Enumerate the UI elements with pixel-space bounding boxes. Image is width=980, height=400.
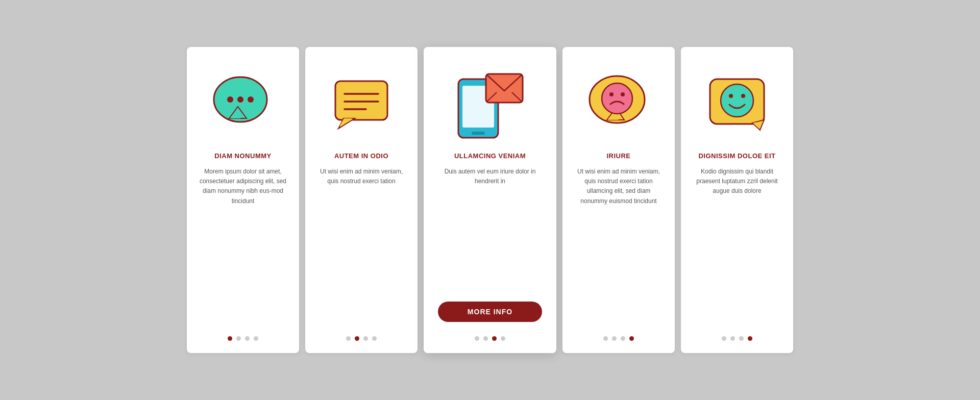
dot-2-3 (363, 336, 368, 341)
dot-5-1 (722, 336, 726, 341)
dot-3-2 (483, 336, 488, 341)
more-info-button[interactable]: MORE INFO (438, 302, 542, 322)
card-4-text: Ut wisi enim ad minim veniam, quis nostr… (574, 167, 664, 328)
card-4-title: IRIURE (606, 152, 630, 160)
card-3-text: Duis autem vel eum iriure dolor in hendr… (438, 167, 542, 292)
dot-3-4 (501, 336, 505, 341)
dot-1-2 (236, 336, 241, 341)
dot-3-1 (475, 336, 479, 341)
card-5-dots (722, 336, 752, 341)
card-5: DIGNISSIM DOLOE EIT Kodio dignissim qui … (681, 47, 793, 353)
card-1-icon-area (198, 62, 288, 144)
dot-3-3 (492, 336, 497, 341)
svg-point-29 (741, 94, 745, 98)
card-3-title: ULLAMCING VENIAM (454, 152, 526, 160)
dot-5-3 (739, 336, 744, 341)
card-5-title: DIGNISSIM DOLOE EIT (698, 152, 775, 160)
dot-5-2 (730, 336, 735, 341)
dot-2-2 (355, 336, 359, 341)
dot-2-1 (346, 336, 351, 341)
svg-point-22 (609, 92, 614, 96)
svg-rect-6 (335, 81, 387, 120)
card-1-dots (228, 336, 258, 341)
dot-5-4 (748, 336, 752, 341)
card-2: AUTEM IN ODIO Ut wisi enim ad minim veni… (305, 47, 418, 353)
svg-point-21 (602, 83, 632, 114)
card-1-title: DIAM NONUMMY (214, 152, 271, 160)
svg-point-5 (248, 96, 254, 103)
phone-email-icon (449, 66, 531, 140)
chat-bubble-lines-icon (328, 70, 395, 136)
card-3: ULLAMCING VENIAM Duis autem vel eum iriu… (424, 47, 556, 353)
card-4-dots (603, 336, 634, 341)
dot-1-1 (228, 336, 232, 341)
card-1: DIAM NONUMMY Morem ipsum dolor sit amet,… (187, 47, 299, 353)
card-5-icon-area (692, 62, 782, 144)
chat-bubble-dots-icon (210, 70, 276, 136)
dot-1-3 (245, 336, 250, 341)
svg-point-27 (721, 84, 753, 117)
svg-point-28 (729, 94, 733, 98)
dot-4-1 (603, 336, 608, 341)
card-3-icon-area (438, 62, 542, 144)
card-4-icon-area (574, 62, 664, 144)
card-2-icon-area (316, 62, 406, 144)
card-2-dots (346, 336, 377, 341)
svg-point-4 (237, 96, 243, 103)
card-5-text: Kodio dignissim qui blandit praesent lup… (692, 167, 782, 328)
dot-1-4 (254, 336, 258, 341)
svg-rect-14 (472, 132, 485, 135)
card-4: IRIURE Ut wisi enim ad minim veniam, qui… (562, 47, 675, 353)
dot-4-2 (612, 336, 617, 341)
cards-container: DIAM NONUMMY Morem ipsum dolor sit amet,… (156, 27, 824, 373)
card-2-title: AUTEM IN ODIO (334, 152, 388, 160)
dot-4-4 (629, 336, 634, 341)
card-3-dots (475, 336, 505, 341)
svg-point-3 (227, 96, 233, 103)
card-1-text: Morem ipsum dolor sit amet, consectetuer… (198, 167, 288, 328)
dot-2-4 (372, 336, 377, 341)
card-2-text: Ut wisi enim ad minim veniam, quis nostr… (316, 167, 406, 328)
svg-point-23 (621, 92, 625, 96)
dot-4-3 (621, 336, 625, 341)
sad-face-bubble-icon (585, 70, 652, 136)
happy-face-bubble-icon (704, 70, 770, 136)
